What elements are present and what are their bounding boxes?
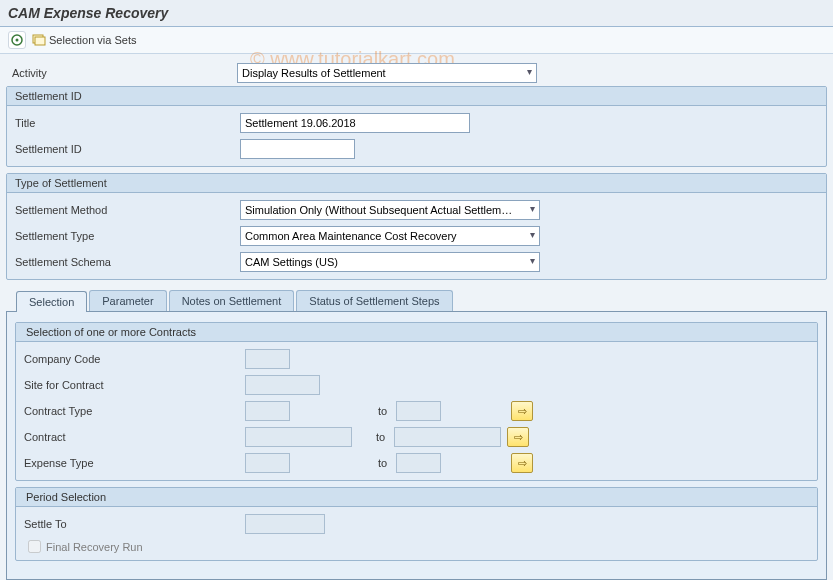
selection-via-sets-button[interactable]: Selection via Sets (32, 34, 136, 46)
expense-type-from (245, 453, 290, 473)
final-recovery-row: Final Recovery Run (18, 537, 815, 556)
site-label: Site for Contract (24, 379, 239, 391)
settlement-schema-label: Settlement Schema (15, 256, 240, 268)
settlement-type-dropdown[interactable]: Common Area Maintenance Cost Recovery (240, 226, 540, 246)
site-input (245, 375, 320, 395)
sets-icon (32, 34, 46, 46)
tabstrip-container: Selection Parameter Notes on Settlement … (6, 290, 827, 580)
svg-rect-3 (35, 37, 45, 45)
settlement-id-label: Settlement ID (15, 143, 240, 155)
settlement-id-group-title: Settlement ID (7, 87, 826, 106)
period-group: Period Selection Settle To Final Recover… (15, 487, 818, 561)
tab-notes[interactable]: Notes on Settlement (169, 290, 295, 311)
to-label-2: to (358, 431, 388, 443)
page-title: CAM Expense Recovery (8, 5, 825, 21)
app-toolbar: Selection via Sets (0, 27, 833, 54)
title-row: Title (9, 110, 824, 136)
settlement-type-label: Settlement Type (15, 230, 240, 242)
contract-multiselect-button[interactable] (507, 427, 529, 447)
tab-status[interactable]: Status of Settlement Steps (296, 290, 452, 311)
title-input[interactable] (240, 113, 470, 133)
contract-from (245, 427, 352, 447)
expense-type-row: Expense Type to (18, 450, 815, 476)
title-label: Title (15, 117, 240, 129)
to-label-1: to (360, 405, 390, 417)
title-bar: CAM Expense Recovery (0, 0, 833, 27)
settlement-id-group: Settlement ID Title Settlement ID (6, 86, 827, 167)
activity-row: Activity Display Results of Settlement (6, 60, 827, 86)
settle-to-row: Settle To (18, 511, 815, 537)
tab-panel-selection: Selection of one or more Contracts Compa… (6, 312, 827, 580)
settle-to-label: Settle To (24, 518, 239, 530)
expense-type-to (396, 453, 441, 473)
settlement-method-label: Settlement Method (15, 204, 240, 216)
settlement-type-select[interactable]: Common Area Maintenance Cost Recovery (240, 226, 540, 246)
settlement-schema-row: Settlement Schema CAM Settings (US) (9, 249, 824, 275)
activity-label: Activity (12, 67, 237, 79)
settlement-method-dropdown[interactable]: Simulation Only (Without Subsequent Actu… (240, 200, 540, 220)
contract-row: Contract to (18, 424, 815, 450)
contracts-group: Selection of one or more Contracts Compa… (15, 322, 818, 481)
expense-type-multiselect-button[interactable] (511, 453, 533, 473)
settlement-type-row: Settlement Type Common Area Maintenance … (9, 223, 824, 249)
company-code-input (245, 349, 290, 369)
contract-type-row: Contract Type to (18, 398, 815, 424)
contract-label: Contract (24, 431, 239, 443)
svg-point-1 (16, 39, 19, 42)
contract-to (394, 427, 501, 447)
company-code-label: Company Code (24, 353, 239, 365)
to-label-3: to (360, 457, 390, 469)
tab-selection[interactable]: Selection (16, 291, 87, 312)
settlement-method-row: Settlement Method Simulation Only (Witho… (9, 197, 824, 223)
execute-icon[interactable] (8, 31, 26, 49)
contracts-group-title: Selection of one or more Contracts (16, 323, 817, 342)
tabstrip: Selection Parameter Notes on Settlement … (6, 290, 827, 312)
activity-select[interactable]: Display Results of Settlement (237, 63, 537, 83)
expense-type-label: Expense Type (24, 457, 239, 469)
contract-type-to (396, 401, 441, 421)
final-recovery-label: Final Recovery Run (46, 541, 143, 553)
type-of-settlement-title: Type of Settlement (7, 174, 826, 193)
type-of-settlement-group: Type of Settlement Settlement Method Sim… (6, 173, 827, 280)
content-area: Activity Display Results of Settlement S… (0, 54, 833, 580)
settlement-schema-dropdown[interactable]: CAM Settings (US) (240, 252, 540, 272)
settlement-method-select[interactable]: Simulation Only (Without Subsequent Actu… (240, 200, 540, 220)
settlement-id-input[interactable] (240, 139, 355, 159)
contract-type-from (245, 401, 290, 421)
company-code-row: Company Code (18, 346, 815, 372)
site-row: Site for Contract (18, 372, 815, 398)
settle-to-input (245, 514, 325, 534)
tab-parameter[interactable]: Parameter (89, 290, 166, 311)
period-group-title: Period Selection (16, 488, 817, 507)
settlement-id-row: Settlement ID (9, 136, 824, 162)
contract-type-multiselect-button[interactable] (511, 401, 533, 421)
activity-dropdown[interactable]: Display Results of Settlement (237, 63, 537, 83)
final-recovery-checkbox (28, 540, 41, 553)
selection-via-sets-label: Selection via Sets (49, 34, 136, 46)
settlement-schema-select[interactable]: CAM Settings (US) (240, 252, 540, 272)
contract-type-label: Contract Type (24, 405, 239, 417)
